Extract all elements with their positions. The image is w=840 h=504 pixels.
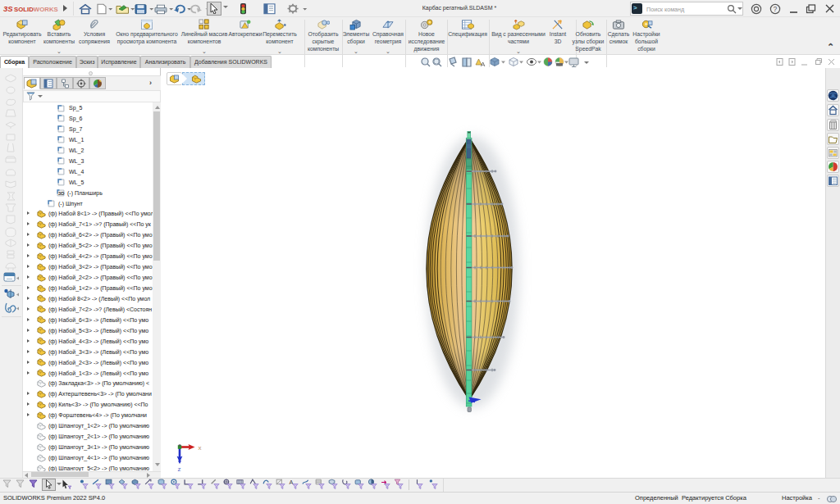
svg-text:A: A: [481, 61, 486, 68]
svg-text:x: x: [199, 444, 202, 452]
svg-text:?: ?: [774, 5, 778, 13]
svg-text:z: z: [178, 465, 181, 473]
svg-text:3D: 3D: [58, 191, 64, 196]
